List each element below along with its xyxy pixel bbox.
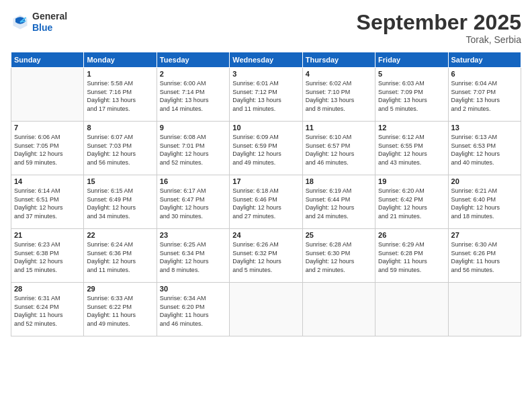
- calendar-cell: 18Sunrise: 6:19 AM Sunset: 6:44 PM Dayli…: [302, 175, 375, 229]
- day-info: Sunrise: 6:08 AM Sunset: 7:01 PM Dayligh…: [160, 133, 226, 167]
- logo-general-text: General: [32, 11, 67, 22]
- day-number: 15: [87, 177, 153, 185]
- day-number: 14: [14, 177, 81, 185]
- day-info: Sunrise: 6:02 AM Sunset: 7:10 PM Dayligh…: [306, 79, 372, 113]
- calendar-cell: [448, 283, 521, 336]
- day-number: 25: [306, 231, 372, 239]
- calendar-cell: 17Sunrise: 6:18 AM Sunset: 6:46 PM Dayli…: [230, 175, 302, 229]
- month-title: September 2025: [357, 11, 521, 34]
- day-info: Sunrise: 6:04 AM Sunset: 7:07 PM Dayligh…: [451, 79, 518, 113]
- calendar-cell: 8Sunrise: 6:07 AM Sunset: 7:03 PM Daylig…: [84, 122, 157, 175]
- header-saturday: Saturday: [448, 52, 521, 68]
- day-info: Sunrise: 6:07 AM Sunset: 7:03 PM Dayligh…: [87, 133, 153, 167]
- calendar-cell: [302, 283, 375, 336]
- weekday-header-row: Sunday Monday Tuesday Wednesday Thursday…: [11, 52, 521, 68]
- location: Torak, Serbia: [357, 34, 521, 45]
- day-number: 30: [160, 285, 226, 293]
- calendar-week-row: 7Sunrise: 6:06 AM Sunset: 7:05 PM Daylig…: [11, 122, 521, 175]
- day-info: Sunrise: 6:29 AM Sunset: 6:28 PM Dayligh…: [378, 240, 445, 274]
- calendar-cell: 26Sunrise: 6:29 AM Sunset: 6:28 PM Dayli…: [375, 229, 448, 283]
- day-info: Sunrise: 6:33 AM Sunset: 6:22 PM Dayligh…: [87, 294, 153, 328]
- calendar-cell: 19Sunrise: 6:20 AM Sunset: 6:42 PM Dayli…: [375, 175, 448, 229]
- calendar-cell: [11, 68, 84, 122]
- calendar-cell: 28Sunrise: 6:31 AM Sunset: 6:24 PM Dayli…: [11, 283, 84, 336]
- header-wednesday: Wednesday: [230, 52, 302, 68]
- calendar-cell: 25Sunrise: 6:28 AM Sunset: 6:30 PM Dayli…: [302, 229, 375, 283]
- day-number: 3: [232, 70, 299, 78]
- day-number: 27: [451, 231, 518, 239]
- calendar-cell: 20Sunrise: 6:21 AM Sunset: 6:40 PM Dayli…: [448, 175, 521, 229]
- calendar-cell: 3Sunrise: 6:01 AM Sunset: 7:12 PM Daylig…: [230, 68, 302, 122]
- calendar-cell: 1Sunrise: 5:58 AM Sunset: 7:16 PM Daylig…: [84, 68, 157, 122]
- header-tuesday: Tuesday: [157, 52, 229, 68]
- day-number: 11: [306, 124, 372, 132]
- day-info: Sunrise: 6:24 AM Sunset: 6:36 PM Dayligh…: [87, 240, 153, 274]
- day-info: Sunrise: 6:17 AM Sunset: 6:47 PM Dayligh…: [160, 187, 226, 220]
- calendar-cell: 6Sunrise: 6:04 AM Sunset: 7:07 PM Daylig…: [448, 68, 521, 122]
- day-number: 13: [451, 124, 518, 132]
- day-number: 23: [160, 231, 226, 239]
- calendar-cell: 22Sunrise: 6:24 AM Sunset: 6:36 PM Dayli…: [84, 229, 157, 283]
- calendar-cell: 15Sunrise: 6:15 AM Sunset: 6:49 PM Dayli…: [84, 175, 157, 229]
- day-info: Sunrise: 6:13 AM Sunset: 6:53 PM Dayligh…: [451, 133, 518, 167]
- header-friday: Friday: [375, 52, 448, 68]
- calendar-week-row: 28Sunrise: 6:31 AM Sunset: 6:24 PM Dayli…: [11, 283, 521, 336]
- day-info: Sunrise: 6:28 AM Sunset: 6:30 PM Dayligh…: [306, 240, 372, 274]
- day-info: Sunrise: 6:10 AM Sunset: 6:57 PM Dayligh…: [306, 133, 372, 167]
- day-info: Sunrise: 6:03 AM Sunset: 7:09 PM Dayligh…: [378, 79, 445, 113]
- day-number: 22: [87, 231, 153, 239]
- day-number: 18: [306, 177, 372, 185]
- day-number: 7: [14, 124, 81, 132]
- calendar-cell: 29Sunrise: 6:33 AM Sunset: 6:22 PM Dayli…: [84, 283, 157, 336]
- calendar-cell: 10Sunrise: 6:09 AM Sunset: 6:59 PM Dayli…: [230, 122, 302, 175]
- day-number: 16: [160, 177, 226, 185]
- logo-text: General Blue: [32, 11, 67, 34]
- day-number: 24: [232, 231, 299, 239]
- day-number: 6: [451, 70, 518, 78]
- calendar-week-row: 1Sunrise: 5:58 AM Sunset: 7:16 PM Daylig…: [11, 68, 521, 122]
- logo-icon: [11, 13, 30, 32]
- day-info: Sunrise: 6:30 AM Sunset: 6:26 PM Dayligh…: [451, 240, 518, 274]
- day-info: Sunrise: 5:58 AM Sunset: 7:16 PM Dayligh…: [87, 79, 153, 113]
- day-number: 2: [160, 70, 226, 78]
- calendar-cell: 23Sunrise: 6:25 AM Sunset: 6:34 PM Dayli…: [157, 229, 229, 283]
- day-number: 5: [378, 70, 445, 78]
- day-info: Sunrise: 6:09 AM Sunset: 6:59 PM Dayligh…: [232, 133, 299, 167]
- calendar-cell: 16Sunrise: 6:17 AM Sunset: 6:47 PM Dayli…: [157, 175, 229, 229]
- day-info: Sunrise: 6:01 AM Sunset: 7:12 PM Dayligh…: [232, 79, 299, 113]
- day-number: 19: [378, 177, 445, 185]
- day-info: Sunrise: 6:26 AM Sunset: 6:32 PM Dayligh…: [232, 240, 299, 274]
- day-number: 20: [451, 177, 518, 185]
- header: General Blue September 2025 Torak, Serbi…: [11, 11, 521, 45]
- calendar-week-row: 14Sunrise: 6:14 AM Sunset: 6:51 PM Dayli…: [11, 175, 521, 229]
- day-number: 21: [14, 231, 81, 239]
- logo: General Blue: [11, 11, 67, 34]
- calendar-week-row: 21Sunrise: 6:23 AM Sunset: 6:38 PM Dayli…: [11, 229, 521, 283]
- day-number: 8: [87, 124, 153, 132]
- calendar-cell: 21Sunrise: 6:23 AM Sunset: 6:38 PM Dayli…: [11, 229, 84, 283]
- day-number: 4: [306, 70, 372, 78]
- title-block: September 2025 Torak, Serbia: [357, 11, 521, 45]
- calendar-cell: 2Sunrise: 6:00 AM Sunset: 7:14 PM Daylig…: [157, 68, 229, 122]
- header-sunday: Sunday: [11, 52, 84, 68]
- day-info: Sunrise: 6:00 AM Sunset: 7:14 PM Dayligh…: [160, 79, 226, 113]
- calendar-cell: 14Sunrise: 6:14 AM Sunset: 6:51 PM Dayli…: [11, 175, 84, 229]
- day-number: 26: [378, 231, 445, 239]
- day-number: 28: [14, 285, 81, 293]
- day-info: Sunrise: 6:25 AM Sunset: 6:34 PM Dayligh…: [160, 240, 226, 274]
- day-info: Sunrise: 6:21 AM Sunset: 6:40 PM Dayligh…: [451, 187, 518, 220]
- day-info: Sunrise: 6:14 AM Sunset: 6:51 PM Dayligh…: [14, 187, 81, 220]
- day-number: 12: [378, 124, 445, 132]
- day-number: 17: [232, 177, 299, 185]
- logo-blue-text: Blue: [32, 22, 67, 34]
- day-info: Sunrise: 6:18 AM Sunset: 6:46 PM Dayligh…: [232, 187, 299, 220]
- calendar-cell: 12Sunrise: 6:12 AM Sunset: 6:55 PM Dayli…: [375, 122, 448, 175]
- day-info: Sunrise: 6:23 AM Sunset: 6:38 PM Dayligh…: [14, 240, 81, 274]
- day-number: 1: [87, 70, 153, 78]
- day-info: Sunrise: 6:20 AM Sunset: 6:42 PM Dayligh…: [378, 187, 445, 220]
- calendar-cell: 4Sunrise: 6:02 AM Sunset: 7:10 PM Daylig…: [302, 68, 375, 122]
- calendar-cell: 7Sunrise: 6:06 AM Sunset: 7:05 PM Daylig…: [11, 122, 84, 175]
- header-thursday: Thursday: [302, 52, 375, 68]
- day-number: 10: [232, 124, 299, 132]
- calendar-cell: 11Sunrise: 6:10 AM Sunset: 6:57 PM Dayli…: [302, 122, 375, 175]
